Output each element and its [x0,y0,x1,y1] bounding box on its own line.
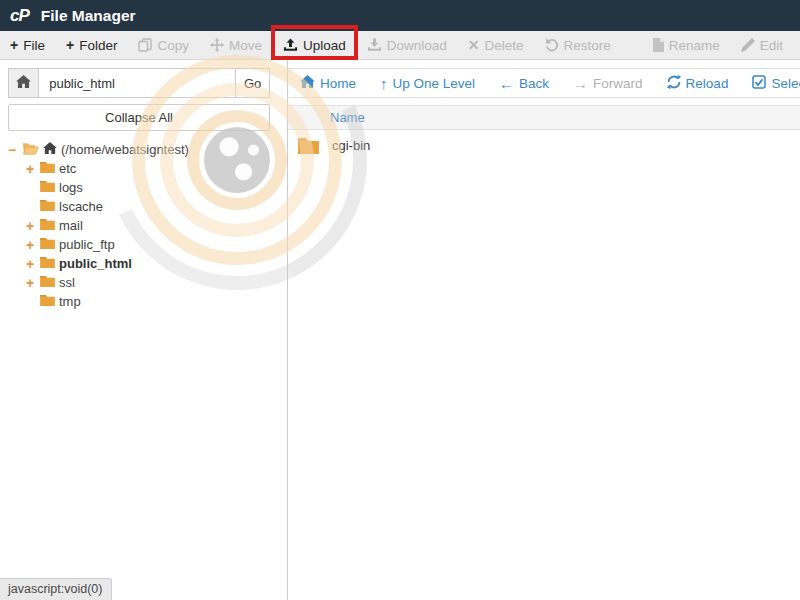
nav-reload-button[interactable]: Reload [667,75,729,92]
folder-icon [40,294,55,309]
plus-icon: + [10,37,18,53]
folder-icon [40,180,55,195]
x-icon: ✕ [468,37,480,53]
toolbar: + File + Folder Copy Move Upload Downloa… [0,31,800,60]
copy-icon [138,38,152,52]
folder-icon [40,237,55,252]
move-icon [210,38,224,52]
checkbox-checked-icon [752,75,766,92]
arrow-right-icon: → [573,75,588,92]
expand-plus-icon[interactable]: + [26,161,40,177]
cpanel-logo: cP [10,6,29,26]
tree-item-ssl[interactable]: + ssl [0,273,287,292]
folder-button[interactable]: + Folder [66,37,117,53]
home-path-button[interactable] [8,68,39,98]
open-folder-icon [22,142,39,158]
collapse-minus-icon[interactable]: − [8,142,22,158]
folder-icon [40,218,55,233]
plus-icon: + [66,37,74,53]
file-icon [653,38,664,52]
app-header: cP File Manager [0,0,800,31]
expand-plus-icon[interactable]: + [26,237,40,253]
expand-plus-icon[interactable]: + [26,275,40,291]
column-header-name[interactable]: Name [330,110,365,125]
file-name: cgi-bin [332,138,370,153]
tree-item-root[interactable]: − (/home/webatsigntest) [0,140,287,159]
directory-tree: − (/home/webatsigntest) + etc logs [0,140,287,311]
tree-item-mail[interactable]: + mail [0,216,287,235]
tree-item-tmp[interactable]: tmp [0,292,287,311]
table-row-cgi-bin[interactable]: cgi-bin [288,131,800,159]
folder-icon [40,199,55,214]
expand-plus-icon[interactable]: + [26,218,40,234]
content-panel: Home ↑ Up One Level ← Back → Forward Rel… [288,60,800,600]
restore-button[interactable]: Restore [545,38,611,53]
nav-home-button[interactable]: Home [300,75,356,91]
edit-button[interactable]: Edit [741,38,783,53]
rename-button[interactable]: Rename [653,38,720,53]
nav-up-one-level-button[interactable]: ↑ Up One Level [380,75,475,92]
folder-icon [40,161,55,176]
download-button[interactable]: Download [367,38,447,53]
nav-forward-button[interactable]: → Forward [573,75,643,92]
pencil-icon [741,38,755,52]
folder-icon [40,256,55,271]
path-bar: Go [8,68,270,98]
go-button[interactable]: Go [235,68,270,98]
tree-item-public-ftp[interactable]: + public_ftp [0,235,287,254]
tree-item-etc[interactable]: + etc [0,159,287,178]
home-icon [300,75,315,91]
folder-icon [40,275,55,290]
folder-icon [298,137,319,154]
navigation-bar: Home ↑ Up One Level ← Back → Forward Rel… [288,68,800,98]
page-title: File Manager [41,7,136,25]
home-icon [43,142,57,157]
tree-item-logs[interactable]: logs [0,178,287,197]
status-bar: javascript:void(0) [0,578,112,600]
collapse-all-button[interactable]: Collapse All [8,104,270,131]
tree-item-lscache[interactable]: lscache [0,197,287,216]
upload-icon [283,38,298,52]
table-header[interactable]: Name [288,105,800,130]
copy-button[interactable]: Copy [138,38,189,53]
upload-button[interactable]: Upload [283,38,346,53]
undo-icon [545,38,559,52]
nav-back-button[interactable]: ← Back [499,75,549,92]
expand-plus-icon[interactable]: + [26,256,40,272]
file-button[interactable]: + File [10,37,45,53]
sidebar: Go Collapse All − (/home/webatsigntest) … [0,60,287,600]
nav-select-all-button[interactable]: Select All [752,75,800,92]
delete-button[interactable]: ✕ Delete [468,37,524,53]
file-manager-app: cP File Manager + File + Folder Copy Mov… [0,0,800,600]
home-icon [16,74,31,92]
arrow-left-icon: ← [499,75,514,92]
tree-item-public-html[interactable]: + public_html [0,254,287,273]
download-icon [367,38,382,52]
path-input[interactable] [39,68,235,98]
arrow-up-icon: ↑ [380,75,388,92]
move-button[interactable]: Move [210,38,262,53]
reload-icon [667,75,681,92]
